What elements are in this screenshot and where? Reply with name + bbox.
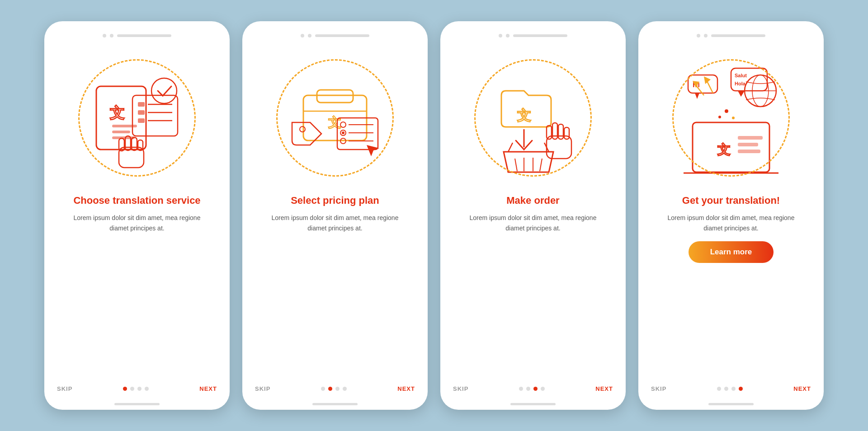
content-3: Make order Lorem ipsum dolor sit dim ame… (456, 190, 610, 385)
bottom-handle-1 (114, 403, 160, 405)
card-title-4: Get your translation! (682, 195, 780, 206)
dots-2 (321, 387, 347, 391)
card-title-1: Choose translation service (73, 195, 200, 206)
top-dot (506, 34, 509, 37)
top-bar-3 (499, 34, 567, 37)
phone-card-1: 文 (44, 21, 230, 410)
illustration-4: 文 Hi Salut Hola (654, 46, 808, 190)
dashed-circle (672, 59, 790, 177)
top-line (711, 34, 765, 37)
nav-dot (533, 387, 538, 391)
next-label-2[interactable]: NEXT (397, 385, 415, 392)
skip-label-1[interactable]: SKIP (57, 385, 72, 392)
top-dot (308, 34, 311, 37)
card-desc-2: Lorem ipsum dolor sit dim amet, mea regi… (267, 213, 403, 233)
nav-dot (724, 387, 728, 391)
nav-dot (130, 387, 134, 391)
learn-more-button[interactable]: Learn more (689, 241, 774, 263)
illustration-3: 文 (456, 46, 610, 190)
nav-dot (519, 387, 523, 391)
top-dot (301, 34, 304, 37)
nav-dot (321, 387, 325, 391)
dashed-circle (78, 59, 196, 177)
top-line (315, 34, 369, 37)
dashed-circle (474, 59, 592, 177)
next-label-3[interactable]: NEXT (595, 385, 613, 392)
skip-label-4[interactable]: SKIP (651, 385, 666, 392)
next-label-1[interactable]: NEXT (199, 385, 217, 392)
content-2: Select pricing plan Lorem ipsum dolor si… (258, 190, 412, 385)
phone-card-2: 文 Select pricing plan Lorem ipsum dolor … (242, 21, 428, 410)
nav-dot (717, 387, 721, 391)
top-bar-4 (697, 34, 765, 37)
bottom-bar-1: SKIP NEXT (44, 385, 230, 392)
bottom-handle-2 (312, 403, 358, 405)
nav-dot (541, 387, 545, 391)
card-title-2: Select pricing plan (291, 195, 379, 206)
nav-dot (328, 387, 332, 391)
phone-card-4: 文 Hi Salut Hola (638, 21, 824, 410)
dots-3 (519, 387, 545, 391)
top-dot (499, 34, 502, 37)
card-desc-1: Lorem ipsum dolor sit dim amet, mea regi… (69, 213, 205, 233)
top-line (117, 34, 171, 37)
illustration-1: 文 (60, 46, 214, 190)
content-1: Choose translation service Lorem ipsum d… (60, 190, 214, 385)
nav-dot (739, 387, 743, 391)
dots-1 (123, 387, 149, 391)
nav-dot (137, 387, 142, 391)
top-dot (103, 34, 106, 37)
nav-dot (123, 387, 127, 391)
next-label-4[interactable]: NEXT (793, 385, 811, 392)
bottom-bar-2: SKIP NEXT (242, 385, 428, 392)
top-bar-1 (103, 34, 171, 37)
top-dot (697, 34, 700, 37)
nav-dot (145, 387, 149, 391)
card-title-3: Make order (506, 195, 559, 206)
skip-label-3[interactable]: SKIP (453, 385, 468, 392)
top-bar-2 (301, 34, 369, 37)
skip-label-2[interactable]: SKIP (255, 385, 270, 392)
card-desc-4: Lorem ipsum dolor sit dim amet, mea regi… (663, 213, 799, 233)
bottom-handle-3 (510, 403, 556, 405)
dots-4 (717, 387, 743, 391)
illustration-2: 文 (258, 46, 412, 190)
nav-dot (731, 387, 736, 391)
top-dot (704, 34, 708, 37)
bottom-bar-3: SKIP NEXT (440, 385, 626, 392)
content-4: Get your translation! Lorem ipsum dolor … (654, 190, 808, 385)
card-desc-3: Lorem ipsum dolor sit dim amet, mea regi… (465, 213, 601, 233)
dashed-circle (276, 59, 394, 177)
bottom-handle-4 (708, 403, 754, 405)
phone-card-3: 文 (440, 21, 626, 410)
screens-container: 文 (26, 3, 842, 428)
top-line (513, 34, 567, 37)
nav-dot (335, 387, 340, 391)
top-dot (110, 34, 113, 37)
nav-dot (526, 387, 530, 391)
bottom-bar-4: SKIP NEXT (638, 385, 824, 392)
nav-dot (343, 387, 347, 391)
